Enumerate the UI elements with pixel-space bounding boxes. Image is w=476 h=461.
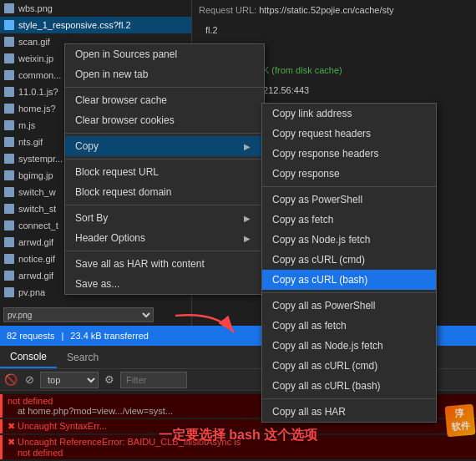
file-icon (3, 186, 15, 198)
file-icon (3, 236, 15, 248)
file-icon (3, 253, 15, 265)
file-item-name: pv.pna (18, 287, 45, 297)
file-item-name: switch_st (18, 204, 56, 214)
header-submenu-arrow: ▶ (244, 234, 251, 243)
menu-item-block-url[interactable]: Block request URL (65, 162, 264, 182)
file-item-name: arrwd.gif (18, 237, 53, 247)
menu-item-copy-nodejs-fetch[interactable]: Copy as Node.js fetch (262, 230, 436, 250)
request-url-value: https://static.52pojie.cn/cache/sty (259, 5, 393, 15)
file-item-name: 11.0.1.js? (18, 87, 58, 97)
file-icon (3, 53, 15, 64)
file-icon (3, 69, 15, 81)
file-item-name: switch_w (18, 187, 56, 197)
menu-divider-5 (65, 251, 264, 251)
file-icon (3, 170, 15, 181)
error-text-1: not defined (8, 396, 53, 406)
menu-item-open-newtab[interactable]: Open in new tab (65, 64, 264, 84)
error-detail-3: not defined (8, 448, 63, 458)
menu-item-copy-request-headers[interactable]: Copy request headers (262, 124, 436, 144)
sortby-submenu-arrow: ▶ (244, 214, 251, 223)
tab-console[interactable]: Console (0, 346, 57, 368)
settings-icon[interactable]: ⚙ (102, 372, 117, 388)
error-detail-1: at home.php?mod=view.../view=syst... (8, 406, 173, 416)
file-icon (3, 270, 15, 281)
menu-item-sort-by[interactable]: Sort By ▶ (65, 208, 264, 228)
file-icon (3, 286, 15, 298)
menu-item-copy-all-powershell[interactable]: Copy all as PowerShell (262, 296, 436, 316)
file-item-name: m.js (18, 120, 35, 130)
file-icon (3, 119, 15, 131)
copy-divider-3 (262, 398, 436, 399)
file-icon (3, 103, 15, 114)
copy-curl-bash-label: Copy as cURL (bash) (272, 274, 367, 286)
menu-item-clear-cache[interactable]: Clear browser cache (65, 90, 264, 110)
menu-divider-1 (65, 87, 264, 88)
file-icon (3, 153, 15, 165)
file-item-name: weixin.jp (18, 53, 53, 63)
file-icon (3, 220, 15, 231)
file-item-name: common... (18, 70, 61, 80)
file-item-name: wbs.png (18, 3, 53, 13)
devtools-window: wbs.png style_1_responsive.css?fl.2 scan… (0, 0, 476, 461)
copy-divider-1 (262, 186, 436, 187)
menu-item-block-domain[interactable]: Block request domain (65, 182, 264, 202)
menu-item-copy-response-headers[interactable]: Copy response headers (262, 144, 436, 164)
file-item-name: style_1_responsive.css?fl.2 (18, 20, 131, 30)
request-url-label: Request URL: (199, 5, 256, 15)
file-item-name: nts.gif (18, 137, 43, 147)
file-list-scroll[interactable]: pv.png (3, 307, 154, 322)
menu-item-copy[interactable]: Copy ▶ (65, 136, 264, 156)
request-url-suffix: fl.2 (205, 25, 218, 35)
menu-item-clear-cookies[interactable]: Clear browser cookies (65, 110, 264, 130)
requests-count: 82 requests (7, 331, 54, 341)
menu-item-copy-powershell[interactable]: Copy as PowerShell (262, 190, 436, 210)
file-item-name: scan.gif (18, 37, 50, 47)
menu-divider-4 (65, 205, 264, 205)
error-icon-2: ✖ (8, 421, 18, 431)
menu-item-copy-all-curl-cmd[interactable]: Copy all as cURL (cmd) (262, 356, 436, 376)
menu-divider-2 (65, 133, 264, 134)
menu-item-copy-response[interactable]: Copy response (262, 164, 436, 184)
menu-item-copy-all-fetch[interactable]: Copy all as fetch (262, 316, 436, 336)
menu-item-copy-fetch[interactable]: Copy as fetch (262, 210, 436, 230)
transferred-size: 23.4 kB transferred (70, 331, 149, 341)
context-menu-primary: Open in Sources panel Open in new tab Cl… (64, 43, 265, 295)
error-icon-3: ✖ (8, 437, 18, 447)
context-select[interactable]: top (40, 372, 99, 388)
menu-item-copy-all-har[interactable]: Copy all as HAR (262, 402, 436, 422)
menu-item-open-sources[interactable]: Open in Sources panel (65, 44, 264, 64)
context-menu-copy-submenu: Copy link address Copy request headers C… (261, 103, 437, 423)
file-item-name: notice.gif (18, 254, 55, 264)
menu-item-copy-all-curl-bash[interactable]: Copy all as cURL (bash) (262, 376, 436, 396)
error-text-3: Uncaught ReferenceError: BAIDU_CLB_fills… (18, 437, 241, 447)
copy-divider-2 (262, 292, 436, 293)
file-item-name: systempr... (18, 154, 63, 164)
file-list-item[interactable]: style_1_responsive.css?fl.2 (0, 17, 191, 33)
file-list-item[interactable]: wbs.png (0, 0, 191, 17)
file-item-name: bgimg.jp (18, 170, 53, 180)
file-item-name: home.js? (18, 104, 56, 114)
tab-search[interactable]: Search (57, 346, 109, 368)
menu-item-header-options[interactable]: Header Options ▶ (65, 228, 264, 248)
menu-item-save-as[interactable]: Save as... (65, 274, 264, 294)
filter-button[interactable]: ⊘ (22, 372, 37, 388)
file-icon (3, 136, 15, 148)
file-item-name: arrwd.gif (18, 271, 53, 281)
menu-item-copy-all-nodejs[interactable]: Copy all as Node.js fetch (262, 336, 436, 356)
clear-console-button[interactable]: 🚫 (3, 372, 18, 388)
file-item-name: connect_t (18, 220, 58, 230)
error-text-2: Uncaught SyntaxErr... (18, 421, 107, 431)
menu-item-copy-curl-cmd[interactable]: Copy as cURL (cmd) (262, 250, 436, 270)
file-icon (3, 203, 15, 215)
filter-input[interactable] (120, 372, 187, 388)
file-icon (3, 36, 15, 48)
menu-item-save-har[interactable]: Save all as HAR with content (65, 254, 264, 274)
menu-divider-3 (65, 159, 264, 160)
console-error-3: ✖ Uncaught ReferenceError: BAIDU_CLB_fil… (0, 435, 476, 459)
file-icon (3, 86, 15, 98)
copy-submenu-arrow: ▶ (244, 142, 251, 151)
file-icon (3, 3, 15, 14)
menu-item-copy-link[interactable]: Copy link address (262, 104, 436, 124)
menu-item-copy-curl-bash[interactable]: Copy as cURL (bash) (262, 270, 436, 290)
file-icon (3, 19, 15, 31)
